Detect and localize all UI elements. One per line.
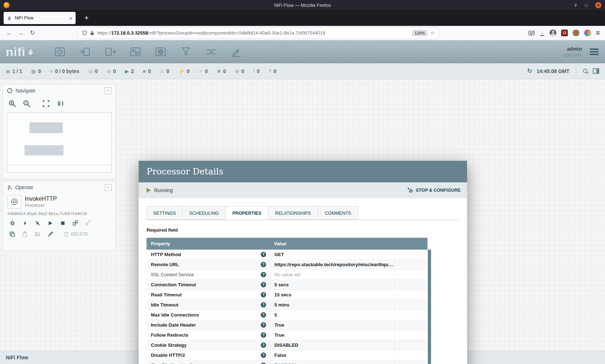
processor-icon [8, 195, 21, 209]
help-icon[interactable]: ? [261, 262, 266, 267]
copy-button[interactable] [8, 229, 17, 239]
table-row: Connection Timeout?5 secs [147, 280, 427, 290]
lock-icon[interactable] [90, 31, 94, 36]
back-button[interactable]: ← [4, 28, 15, 38]
toolbar-template-icon[interactable] [205, 45, 218, 58]
help-icon[interactable]: ? [261, 352, 266, 358]
fill-color-button[interactable] [45, 229, 55, 239]
property-cell: FlowFile Naming Strategy? [147, 360, 270, 364]
template-button[interactable] [33, 229, 42, 239]
collapse-operate-button[interactable]: − [105, 184, 112, 191]
extension-pinwheel-icon[interactable] [584, 29, 591, 36]
ungroup-button[interactable] [83, 218, 93, 228]
browser-tab[interactable]: NiFi Flow × [4, 12, 76, 24]
downloads-icon[interactable]: ↓ [539, 30, 545, 36]
scrollbar-thumb[interactable] [428, 250, 431, 364]
value-cell: True [270, 320, 394, 330]
logout-link[interactable]: LOG OUT [563, 53, 582, 58]
start-button[interactable] [45, 218, 55, 228]
toolbar-process-group-icon[interactable] [129, 45, 142, 58]
window-close-button[interactable]: ✕ [595, 2, 601, 8]
stop-and-configure-button[interactable]: STOP & CONFIGURE [407, 187, 461, 194]
new-tab-button[interactable]: + [81, 14, 91, 22]
value-cell: GET [270, 250, 394, 259]
delete-button[interactable]: DELETE [64, 232, 88, 237]
tab-scheduling[interactable]: SCHEDULING [183, 206, 226, 220]
reload-button[interactable]: ↻ [27, 28, 38, 38]
account-icon[interactable] [550, 29, 556, 36]
delete-label: DELETE [71, 232, 88, 237]
zoom-indicator[interactable]: 120% [412, 30, 427, 36]
birdseye-minimap[interactable] [7, 113, 112, 165]
table-row: SSL Context Service?No value set [147, 270, 427, 280]
breadcrumb[interactable]: NiFi Flow [6, 355, 28, 360]
collapse-navigate-button[interactable]: − [105, 87, 112, 94]
row-spacer [394, 270, 427, 279]
stale-icon: ⊕ [235, 68, 239, 74]
processor-details-dialog: Processor Details Running STOP & CONFIGU… [139, 161, 467, 364]
statusbar-right: ↻ 14:45:08 GMT [527, 67, 599, 75]
gear-plus-icon [407, 187, 413, 194]
toolbar-label-icon[interactable] [230, 45, 243, 58]
property-label: Follow Redirects [151, 332, 188, 338]
paste-button[interactable] [20, 229, 30, 239]
library-icon[interactable] [529, 31, 534, 36]
zoom-out-button[interactable] [23, 100, 31, 108]
zoom-fit-button[interactable] [42, 100, 50, 108]
nifi-logo: nifi [6, 45, 35, 59]
table-scrollbar[interactable] [428, 250, 431, 364]
global-menu-button[interactable] [589, 47, 599, 56]
header-right: admin LOG OUT [563, 46, 599, 58]
tab-relationships[interactable]: RELATIONSHIPS [268, 206, 318, 220]
refresh-icon[interactable]: ↻ [527, 67, 532, 75]
extension-icon[interactable] [573, 29, 579, 36]
toolbar-remote-process-group-icon[interactable] [154, 45, 167, 58]
browser-menu-button[interactable]: ≡ [596, 29, 600, 37]
disable-button[interactable] [33, 218, 42, 228]
help-icon[interactable]: ? [261, 252, 266, 257]
flow-canvas[interactable]: Navigate − Operate − [0, 79, 605, 351]
minimap-component [30, 122, 63, 133]
stop-button[interactable] [58, 218, 67, 228]
queued-icon: ≡ [50, 68, 53, 74]
toolbar-output-port-icon[interactable] [104, 45, 117, 58]
help-icon[interactable]: ? [261, 332, 266, 338]
zoom-actual-size-button[interactable] [57, 100, 64, 108]
nifi-drop-icon [27, 47, 35, 56]
help-icon[interactable]: ? [261, 272, 266, 277]
group-button[interactable] [71, 218, 80, 228]
help-icon[interactable]: ? [261, 342, 266, 348]
window-minimize-button[interactable]: ∨ [574, 2, 577, 8]
table-row: Max Idle Connections?5 [147, 310, 427, 320]
bookmark-star-icon[interactable]: ☆ [430, 30, 435, 36]
help-icon[interactable]: ? [261, 322, 266, 328]
tab-comments[interactable]: COMMENTS [318, 206, 358, 220]
tab-settings[interactable]: SETTINGS [147, 206, 183, 220]
url-bar[interactable]: https://172.18.0.3:32558/nifi/?processGr… [79, 28, 439, 38]
tab-favicon-icon [7, 15, 12, 21]
help-icon[interactable]: ? [261, 312, 266, 318]
toolbar-processor-icon[interactable] [53, 45, 66, 58]
forward-button[interactable]: → [15, 28, 27, 38]
birdseye-toggle-icon[interactable] [593, 68, 599, 74]
help-icon[interactable]: ? [261, 282, 266, 287]
tab-close-icon[interactable]: × [69, 15, 72, 21]
operate-panel-title: Operate [15, 185, 33, 190]
enable-button[interactable] [20, 218, 30, 228]
configure-button[interactable] [8, 218, 17, 228]
zoom-in-button[interactable] [8, 100, 16, 108]
extension-ublock-icon[interactable]: U [561, 29, 568, 36]
help-icon[interactable]: ? [261, 292, 266, 297]
property-label: Read Timeout [151, 292, 182, 297]
tracking-shield-icon[interactable] [82, 30, 87, 36]
property-cell: Disable HTTP/2? [147, 350, 270, 360]
toolbar-funnel-icon[interactable] [179, 45, 192, 58]
value-text: DISABLED [274, 342, 298, 348]
search-icon[interactable] [583, 68, 588, 74]
toolbar-input-port-icon[interactable] [79, 45, 91, 58]
help-icon[interactable]: ? [261, 363, 266, 364]
tab-properties[interactable]: PROPERTIES [226, 206, 268, 220]
window-maximize-button[interactable]: ◇ [584, 2, 588, 8]
stat-invalid: ⚠0 [160, 68, 169, 74]
help-icon[interactable]: ? [261, 302, 266, 308]
